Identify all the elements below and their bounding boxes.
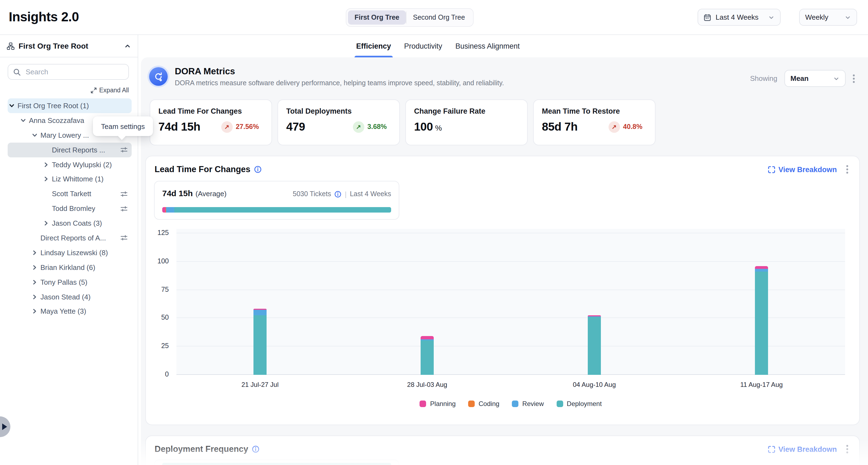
dora-metrics-icon — [148, 66, 169, 87]
legend-label: Review — [522, 400, 544, 408]
tree-item[interactable]: Lindsay Liszewski (8) — [8, 245, 132, 260]
chevron-right-icon[interactable] — [31, 293, 38, 301]
tree-item[interactable]: Jason Coats (3) — [8, 216, 132, 230]
bar-21-jul-27-jul[interactable] — [177, 229, 344, 375]
info-icon[interactable] — [334, 190, 341, 197]
y-axis-tick-label: 50 — [147, 314, 169, 321]
tree-item[interactable]: Todd Bromley — [8, 201, 132, 216]
tree-item[interactable]: First Org Tree Root (1) — [8, 98, 132, 113]
tab-productivity[interactable]: Productivity — [404, 35, 443, 57]
sidebar-collapse-chevron-icon[interactable] — [124, 42, 131, 50]
bar-segment-deployment[interactable] — [253, 315, 267, 375]
chevron-down-icon — [833, 75, 840, 82]
bar-04-aug-10-aug[interactable] — [511, 229, 678, 375]
org-tree-icon — [6, 42, 15, 50]
trend-up-arrow-icon: ↗ — [608, 121, 620, 132]
org-tree-sidebar: First Org Tree Root Expand All First Org… — [0, 35, 138, 465]
chevron-right-icon[interactable] — [31, 278, 38, 286]
legend-item-planning[interactable]: Planning — [420, 400, 456, 408]
deployment-frequency-header: Deployment Frequency View Breakdown — [146, 436, 859, 454]
view-breakdown-button[interactable]: View Breakdown — [768, 445, 837, 453]
team-settings-tooltip: Team settings — [93, 116, 153, 136]
tree-item-label: Scott Tarkett — [52, 190, 91, 198]
org-tree-toggle: First Org Tree Second Org Tree — [346, 8, 474, 27]
showing-label: Showing — [750, 74, 777, 83]
chevron-down-icon[interactable] — [8, 102, 15, 110]
insights-app: Insights 2.0 First Org Tree Second Org T… — [0, 0, 868, 465]
bar-segment-planning[interactable] — [421, 336, 434, 339]
date-range-select[interactable]: Last 4 Weeks — [698, 9, 781, 26]
tree-item[interactable]: Direct Reports of A... — [8, 230, 132, 245]
chevron-right-icon[interactable] — [42, 161, 50, 168]
lead-time-header: Lead Time For Changes View Breakdown — [146, 156, 859, 174]
chevron-right-icon[interactable] — [42, 176, 50, 183]
kebab-menu-icon[interactable] — [853, 74, 855, 83]
tree-item-label: Liz Whittome (1) — [52, 175, 103, 183]
team-settings-icon[interactable] — [120, 190, 128, 198]
chevron-spacer — [42, 146, 50, 154]
deployment-mini-bar — [162, 463, 391, 465]
tab-efficiency[interactable]: Efficiency — [355, 35, 392, 57]
metric-card[interactable]: Total Deployments479↗3.68% — [278, 99, 400, 145]
granularity-select[interactable]: Weekly — [799, 9, 857, 26]
bar-segment-review[interactable] — [253, 310, 267, 315]
info-icon[interactable] — [252, 445, 260, 453]
page-title: Insights 2.0 — [9, 9, 79, 25]
summary-period: Last 4 Weeks — [350, 190, 391, 198]
deployment-frequency-title: Deployment Frequency — [155, 444, 248, 454]
legend-item-coding[interactable]: Coding — [468, 400, 499, 408]
metric-card[interactable]: Mean Time To Restore85d 7h↗40.8% — [533, 99, 655, 145]
bar-segment-deployment[interactable] — [588, 317, 601, 375]
info-icon[interactable] — [254, 165, 262, 173]
toggle-second-org-tree[interactable]: Second Org Tree — [406, 10, 471, 25]
tree-item[interactable]: Direct Reports ... — [8, 142, 132, 157]
expand-all-button[interactable]: Expand All — [90, 87, 129, 93]
chevron-right-icon[interactable] — [31, 249, 38, 256]
separator: | — [345, 190, 347, 198]
bar-segment-planning[interactable] — [755, 266, 768, 269]
showing-select[interactable]: Mean — [784, 70, 846, 87]
tree-item[interactable]: Liz Whittome (1) — [8, 172, 132, 187]
lead-time-summary-card: 74d 15h (Average) 5030 Tickets | Last 4 … — [154, 181, 399, 220]
bar-segment-deployment[interactable] — [755, 272, 768, 375]
x-axis-label: 28 Jul-03 Aug — [344, 381, 511, 389]
view-breakdown-button[interactable]: View Breakdown — [768, 165, 837, 174]
legend-item-deployment[interactable]: Deployment — [556, 400, 602, 408]
sidebar-divider — [138, 35, 138, 465]
chevron-down-icon[interactable] — [19, 117, 27, 124]
bar-segment-review[interactable] — [755, 269, 768, 272]
view-breakdown-label: View Breakdown — [778, 445, 837, 453]
tree-item[interactable]: Teddy Wylupski (2) — [8, 157, 132, 172]
tree-item-label: Tony Pallas (5) — [40, 278, 87, 286]
tree-item-label: Anna Scozzafava — [29, 116, 84, 125]
legend-item-review[interactable]: Review — [512, 400, 544, 408]
metric-card[interactable]: Change Failure Rate100% — [405, 99, 528, 145]
tree-item[interactable]: Brian Kirkland (6) — [8, 260, 132, 275]
team-settings-icon[interactable] — [120, 205, 128, 212]
mini-bar-segment-review — [166, 207, 174, 213]
delta-value: 3.68% — [367, 123, 387, 131]
tree-item-label: Todd Bromley — [52, 204, 95, 213]
bar-28-jul-03-aug[interactable] — [344, 229, 511, 375]
tree-item[interactable]: Maya Yette (3) — [8, 304, 132, 319]
metric-card[interactable]: Lead Time For Changes74d 15h↗27.56% — [150, 99, 272, 145]
tab-business-alignment[interactable]: Business Alignment — [455, 35, 520, 57]
tree-item[interactable]: Jason Stead (4) — [8, 289, 132, 304]
chevron-right-icon[interactable] — [31, 308, 38, 315]
play-arrow-icon — [2, 424, 7, 430]
bar-11-aug-17-aug[interactable] — [678, 229, 845, 375]
team-settings-icon[interactable] — [120, 234, 128, 242]
tree-item[interactable]: Tony Pallas (5) — [8, 275, 132, 289]
chevron-right-icon[interactable] — [42, 219, 50, 227]
delta-badge: ↗27.56% — [221, 121, 259, 132]
kebab-menu-icon[interactable] — [846, 165, 848, 174]
chevron-down-icon[interactable] — [31, 131, 38, 139]
search-input[interactable] — [25, 67, 123, 76]
legend-label: Deployment — [567, 400, 602, 408]
tree-item[interactable]: Scott Tarkett — [8, 187, 132, 202]
toggle-first-org-tree[interactable]: First Org Tree — [348, 10, 406, 25]
team-settings-icon[interactable] — [120, 146, 128, 154]
chevron-right-icon[interactable] — [31, 264, 38, 271]
bar-segment-deployment[interactable] — [421, 340, 434, 375]
kebab-menu-icon[interactable] — [846, 445, 848, 454]
